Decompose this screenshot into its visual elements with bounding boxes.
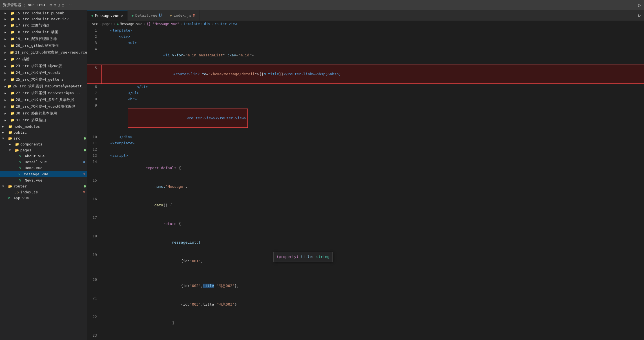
breadcrumb-template[interactable]: template [183, 22, 200, 26]
breadcrumb-sep: › [201, 22, 203, 26]
collapse-icon[interactable]: ❐ [62, 3, 64, 7]
sidebar-item-pages[interactable]: ▼ 📂 pages [0, 147, 87, 153]
sidebar-item-label: 26_src_求和案例_mapState与mapGett... [13, 84, 87, 89]
sidebar-item-24[interactable]: ▶ 📁 24_src_求和案例_vuex版 [0, 69, 87, 76]
line-content[interactable]: {id:'001', (property) title: string [101, 252, 644, 277]
sidebar-item-22[interactable]: ▶ 📁 22_插槽 [0, 56, 87, 63]
code-line: 13 <script> [87, 153, 644, 159]
sidebar-item-router[interactable]: ▼ 📂 router [0, 183, 87, 189]
vue-icon: V [19, 178, 24, 182]
line-content[interactable]: {id:'003',title:'消息003'} [101, 295, 644, 314]
sidebar-item-30[interactable]: ▶ 📁 30_src_路由的基本使用 [0, 110, 87, 117]
sidebar-item-components[interactable]: ▶ 📁 components [0, 141, 87, 147]
line-content[interactable]: messageList:[ [101, 233, 644, 252]
line-content[interactable]: <router-link to="/home/message/detail">{… [101, 65, 644, 83]
sidebar-item-27[interactable]: ▶ 📁 27_src_求和案例_mapState与ma... [0, 90, 87, 96]
line-content[interactable]: </ul> [101, 90, 644, 96]
sidebar-item-26[interactable]: ▶ 📁 26_src_求和案例_mapState与mapGett... [0, 83, 87, 90]
breadcrumb-div[interactable]: div [204, 22, 210, 26]
sidebar-item-src[interactable]: ▼ 📂 src [0, 135, 87, 141]
sidebar-item-home-vue[interactable]: V Home.vue [0, 165, 87, 171]
code-token: " [223, 53, 227, 57]
line-content[interactable]: <ul> [101, 40, 644, 46]
code-token: m.id [240, 53, 249, 57]
line-content[interactable]: name:'Message', [101, 177, 644, 196]
tab-detail-vue[interactable]: ◈ Detail.vue U [128, 10, 166, 21]
tab-close-button[interactable]: ✕ [121, 13, 123, 18]
line-content[interactable] [101, 146, 644, 153]
sidebar-item-31[interactable]: ▶ 📁 31_src_多级路由 [0, 117, 87, 123]
line-content[interactable]: </div> [101, 134, 644, 140]
modified-indicator [84, 185, 86, 187]
tab-label: Message.vue [95, 14, 119, 18]
more-icon[interactable]: ··· [66, 3, 73, 7]
sidebar-item-message-vue[interactable]: V Message.vue M [0, 171, 87, 177]
line-content[interactable]: return { [101, 215, 644, 233]
line-number: 20 [87, 277, 101, 283]
modified-indicator [84, 149, 86, 151]
line-content[interactable]: <li v-for="m in messageList" :key="m.id"… [101, 46, 644, 65]
tab-index-js[interactable]: ◈ index.js M [166, 10, 200, 21]
run-debug-button[interactable]: ▷ [636, 10, 644, 21]
code-token: '002' [190, 284, 201, 288]
code-token: {id: [128, 284, 190, 288]
line-content[interactable]: export default { [101, 159, 644, 177]
run-button[interactable]: ▷ [638, 2, 641, 8]
code-token: =" [206, 72, 211, 76]
folder-icon: 📁 [10, 17, 15, 21]
new-folder-icon[interactable]: ⊟ [54, 3, 56, 7]
folder-icon: 📁 [8, 131, 12, 134]
line-content[interactable]: <router-view></router-view> [101, 102, 644, 134]
sidebar-item-index-js[interactable]: JS index.js M [0, 189, 87, 195]
sidebar-item-node-modules[interactable]: ▶ 📁 node_modules [0, 123, 87, 129]
line-number: 6 [87, 84, 101, 90]
line-content[interactable]: } [101, 332, 644, 340]
code-token: =" [236, 53, 240, 57]
line-content[interactable]: <script> [101, 153, 644, 159]
line-content[interactable]: {id:'002',title:'消息002'}, [101, 277, 644, 295]
breadcrumb-router-view[interactable]: router-view [214, 22, 237, 26]
new-file-icon[interactable]: ⊞ [50, 3, 52, 7]
refresh-icon[interactable]: ↺ [58, 3, 60, 7]
sidebar-item-news-vue[interactable]: V News.vue [0, 177, 87, 183]
line-number: 3 [87, 40, 101, 46]
tab-message-vue[interactable]: ◈ Message.vue ✕ [87, 10, 128, 21]
sidebar-item-detail-vue[interactable]: V Detail.vue U [0, 159, 87, 165]
sidebar-item-29[interactable]: ▶ 📁 29_src_求和案例_vuex模块化编码 [0, 103, 87, 110]
breadcrumb-pages[interactable]: pages [102, 22, 112, 26]
line-content[interactable]: </li> [101, 84, 644, 90]
line-content[interactable]: <hr> [101, 96, 644, 102]
sidebar-item-label: router [14, 184, 83, 188]
code-line: 12 [87, 146, 644, 153]
sidebar-item-19[interactable]: ▶ 📁 19_src_配置代理服务器 [0, 36, 87, 42]
sidebar-item-about-vue[interactable]: V About.vue [0, 153, 87, 159]
breadcrumb-src[interactable]: src [92, 22, 98, 26]
line-content[interactable]: </template> [101, 140, 644, 146]
sidebar-item-15[interactable]: ▶ 📁 15_src_TodoList_pubsub [0, 10, 87, 16]
line-content[interactable]: <div> [101, 34, 644, 40]
sidebar-item-17[interactable]: ▶ 📁 17_src_过度与动画 [0, 22, 87, 29]
sidebar-item-20[interactable]: ▶ 📁 20_src_github搜索案例 [0, 42, 87, 49]
sidebar-item-23[interactable]: ▶ 📁 23_src_求和案例_纯vue版 [0, 63, 87, 69]
code-token: name: [128, 184, 165, 189]
line-content[interactable]: ] [101, 314, 644, 332]
sidebar-item-label: 29_src_求和案例_vuex模块化编码 [16, 104, 87, 109]
sidebar-item-label: 27_src_求和案例_mapState与ma... [16, 90, 87, 96]
breadcrumb-message-vue[interactable]: Message.vue [120, 22, 142, 26]
line-content[interactable]: <template> [101, 27, 644, 34]
breadcrumb-object[interactable]: {} "Message.vue" [147, 22, 179, 26]
line-number: 9 [87, 102, 101, 109]
sidebar-item-public[interactable]: ▶ 📁 public [0, 129, 87, 135]
sidebar-item-app-vue[interactable]: V App.vue [0, 195, 87, 201]
breadcrumb-vue-icon: ◈ [117, 22, 119, 26]
sidebar-item-21[interactable]: ▶ 📁 21_src_github搜索案例_vue-resource [0, 49, 87, 56]
sidebar-item-16[interactable]: ▶ 📁 16_src_TodoList_nextTick [0, 16, 87, 22]
sidebar-item-18[interactable]: ▶ 📁 18_src_TodoList_动画 [0, 29, 87, 36]
sidebar-item-25[interactable]: ▶ 📁 25_src_求和案例_getters [0, 76, 87, 83]
line-number: 14 [87, 159, 101, 165]
sidebar-item-28[interactable]: ▶ 📁 28_src_求和案例_多组件共享数据 [0, 96, 87, 103]
code-editor[interactable]: 1 <template> 2 <div> 3 <ul> 4 [87, 27, 644, 340]
line-content[interactable]: data() { [101, 196, 644, 215]
arrow-icon: ▶ [9, 143, 14, 146]
code-line: 1 <template> [87, 27, 644, 34]
